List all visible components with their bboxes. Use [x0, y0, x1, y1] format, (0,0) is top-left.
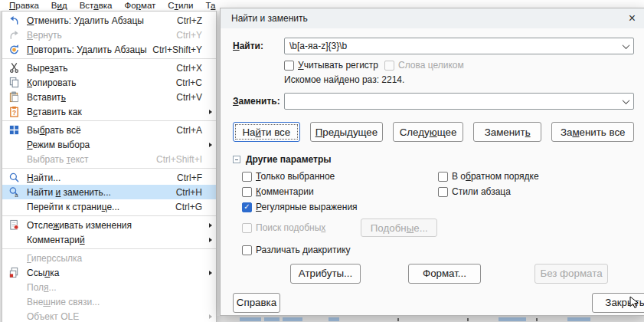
- other-options-header[interactable]: Другие параметры: [233, 154, 634, 165]
- dialog-footer: Справка Закрыть: [233, 293, 634, 313]
- menu-item-find[interactable]: Найти...Ctrl+F: [2, 170, 216, 185]
- menu-item-label: Выбрать всё: [27, 125, 81, 136]
- menu-item-repeat[interactable]: Повторить: Удалить АбзацыCtrl+Shift+Y: [2, 42, 216, 57]
- blank-icon: [7, 296, 21, 308]
- menu-item-label: Повторить: Удалить Абзацы: [27, 44, 147, 55]
- menu-item-label: Ссылка: [27, 268, 60, 278]
- menu-item-label: Объект OLE: [27, 311, 79, 322]
- close-icon[interactable]: ×: [629, 10, 636, 27]
- menu-item-undo[interactable]: Отменить: Удалить АбзацыCtrl+Z: [2, 13, 216, 28]
- checkbox-box: [242, 187, 252, 197]
- replace-button[interactable]: Заменить: [473, 122, 542, 142]
- help-button[interactable]: Справка: [233, 293, 280, 313]
- menu-item-go-to-page[interactable]: Перейти к странице...Ctrl+G: [2, 199, 216, 214]
- search-icon: [7, 172, 21, 184]
- menu-item-shortcut: Ctrl+A: [176, 125, 205, 136]
- replace-row: Заменить:: [233, 93, 634, 110]
- repeat-icon: [7, 44, 21, 56]
- menu-item-label: Вставить: [27, 92, 66, 103]
- submenu-arrow-icon: [205, 110, 216, 114]
- similarity-row: Поиск подобных Подобные...: [242, 219, 634, 237]
- chevron-down-icon[interactable]: [618, 38, 633, 54]
- search-input[interactable]: [285, 41, 618, 51]
- checkbox-box: [438, 172, 448, 182]
- dialog-titlebar[interactable]: Найти и заменить ×: [221, 8, 644, 28]
- menu-separator: [2, 215, 216, 216]
- no-format-button: Без формата: [534, 264, 608, 284]
- menu-item-label: Найти...: [27, 172, 60, 183]
- blank-icon: [7, 310, 21, 322]
- menubar-item-insert[interactable]: Вставка: [74, 0, 119, 11]
- highlight-fragment: [240, 317, 261, 321]
- select-all-icon: [7, 124, 21, 136]
- backwards-checkbox[interactable]: В обратном порядке: [438, 171, 634, 182]
- comments-checkbox[interactable]: Комментарии: [242, 186, 438, 197]
- menu-item-label: Найти и заменить...: [27, 187, 111, 198]
- mouse-cursor: [629, 296, 640, 310]
- submenu-arrow-icon: [205, 271, 216, 275]
- menu-item-select-all[interactable]: Выбрать всёCtrl+A: [2, 123, 216, 137]
- next-button[interactable]: Следующее: [393, 122, 463, 142]
- menu-item-label: Вставить как: [27, 107, 82, 117]
- edit-menu: Отменить: Удалить АбзацыCtrl+ZВернутьCtr…: [2, 11, 217, 322]
- menu-item-shortcut: Ctrl+Z: [177, 15, 205, 26]
- format-buttons-row: Атрибуты... Формат... Без формата: [233, 264, 634, 284]
- menubar-item-table[interactable]: Та: [199, 0, 221, 11]
- find-all-button[interactable]: Найти все: [233, 122, 300, 142]
- menu-item-label: Комментарий: [27, 235, 85, 245]
- document-strip: [217, 316, 644, 322]
- checkbox-box: [438, 187, 448, 197]
- search-status-text: Искомое найдено раз: 2214.: [284, 74, 634, 85]
- svg-text:?: ?: [11, 109, 15, 117]
- replace-all-button[interactable]: Заменить все: [551, 122, 634, 142]
- blank-icon: [7, 139, 21, 151]
- menu-item-external-links: Внешние связи...: [2, 294, 216, 309]
- search-row: Найти:: [233, 38, 634, 54]
- menu-item-find-and-replace[interactable]: aНайти и заменить...Ctrl+H: [2, 185, 216, 199]
- paragraph-styles-checkbox[interactable]: Стили абзаца: [438, 186, 634, 197]
- menu-item-label: Отслеживать изменения: [27, 220, 132, 231]
- menu-item-label: Внешние связи...: [27, 297, 100, 307]
- menu-item-copy[interactable]: КопироватьCtrl+C: [2, 75, 216, 90]
- menu-item-shortcut: Ctrl+V: [176, 92, 205, 103]
- blank-icon: [7, 234, 21, 246]
- previous-button[interactable]: Предыдущее: [310, 122, 384, 142]
- copy-icon: [7, 77, 21, 89]
- menu-item-label: Режим выбора: [27, 140, 90, 150]
- menu-item-shortcut: Ctrl+F: [177, 172, 205, 183]
- menu-item-track-changes[interactable]: Отслеживать изменения: [2, 218, 216, 232]
- whole-words-label: Слова целиком: [398, 60, 464, 71]
- menubar-item-styles[interactable]: Стили: [162, 0, 199, 11]
- collapse-icon[interactable]: [233, 156, 240, 163]
- attributes-button[interactable]: Атрибуты...: [290, 264, 361, 284]
- menu-item-reference[interactable]: Ссылка: [2, 265, 216, 280]
- regex-checkbox[interactable]: Регулярные выражения: [242, 202, 438, 212]
- other-options-label: Другие параметры: [246, 154, 332, 165]
- checkbox-box: [284, 61, 294, 71]
- menu-item-comment[interactable]: Комментарий: [2, 232, 216, 247]
- menu-item-shortcut: Ctrl+H: [176, 187, 205, 198]
- checkbox-box: [242, 223, 252, 233]
- chevron-down-icon[interactable]: [618, 94, 633, 109]
- link-icon: [7, 267, 21, 279]
- menu-item-selection-mode[interactable]: Режим выбора: [2, 137, 216, 152]
- text-fragment: [397, 318, 399, 321]
- svg-text:a: a: [15, 192, 18, 198]
- find-replace-dialog: Найти и заменить × Найти: Учитывать реги…: [220, 8, 644, 316]
- submenu-arrow-icon: [205, 238, 216, 242]
- menu-item-shortcut: Ctrl+G: [175, 202, 205, 212]
- highlight-fragment: [499, 317, 526, 321]
- format-button[interactable]: Формат...: [408, 264, 481, 284]
- menu-item-cut[interactable]: ВырезатьCtrl+X: [2, 61, 216, 75]
- menubar-item-format[interactable]: Формат: [118, 0, 162, 11]
- match-case-checkbox[interactable]: Учитывать регистр: [284, 60, 378, 71]
- diacritics-checkbox[interactable]: Различать диакритику: [242, 245, 351, 255]
- menu-item-paste[interactable]: ВставитьCtrl+V: [2, 90, 216, 104]
- menu-item-label: Вернуть: [27, 30, 62, 41]
- menubar-item-view[interactable]: Вид: [45, 0, 74, 11]
- selection-only-checkbox[interactable]: Только выбранное: [242, 171, 438, 182]
- menubar-item-edit[interactable]: Правка: [3, 0, 45, 11]
- replace-input[interactable]: [285, 96, 618, 107]
- menu-item-paste-special[interactable]: ?Вставить как: [2, 104, 216, 119]
- menu-item-label: Перейти к странице...: [27, 202, 119, 212]
